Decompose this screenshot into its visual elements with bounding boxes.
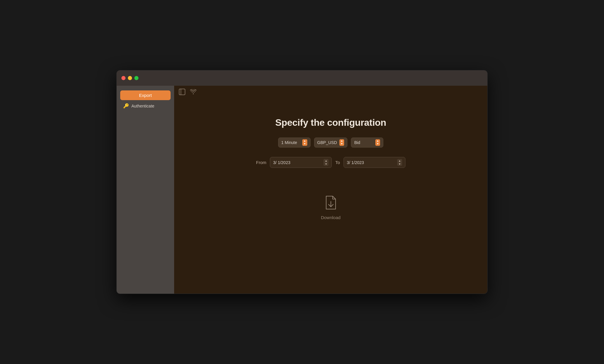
interval-dropdown[interactable]: 1 Minute ▲ ▼ [278, 138, 311, 148]
price-type-label: Bid [354, 140, 360, 145]
to-date-input[interactable]: 3/ 1/2023 ▲ ▼ [344, 157, 405, 168]
svg-rect-0 [179, 89, 185, 95]
interval-label: 1 Minute [281, 140, 297, 145]
download-section[interactable]: Download [321, 195, 341, 220]
titlebar [117, 70, 487, 86]
download-icon [323, 195, 339, 213]
authenticate-label: Authenticate [131, 104, 154, 108]
minimize-button[interactable] [128, 76, 132, 80]
sidebar: Export 🔑 Authenticate [117, 86, 174, 294]
sidebar-toggle-icon[interactable] [179, 89, 185, 97]
price-type-dropdown[interactable]: Bid ▲ ▼ [351, 138, 383, 148]
sidebar-item-authenticate[interactable]: 🔑 Authenticate [120, 101, 171, 110]
from-date-stepper[interactable]: ▲ ▼ [324, 159, 329, 166]
from-date-input[interactable]: 3/ 1/2023 ▲ ▼ [270, 157, 332, 168]
from-date-value: 3/ 1/2023 [273, 160, 290, 165]
to-label: To [335, 160, 340, 165]
config-row: 1 Minute ▲ ▼ GBP_USD ▲ ▼ [278, 138, 384, 148]
page-title: Specify the configuration [275, 117, 386, 128]
interval-arrows: ▲ ▼ [302, 139, 307, 146]
pair-arrows: ▲ ▼ [339, 139, 344, 146]
download-label: Download [321, 215, 341, 220]
wifi-icon [190, 89, 197, 96]
key-icon: 🔑 [123, 103, 129, 109]
export-button[interactable]: Export [120, 90, 171, 100]
price-type-arrows: ▲ ▼ [375, 139, 380, 146]
from-label: From [256, 160, 266, 165]
maximize-button[interactable] [134, 76, 138, 80]
pair-dropdown[interactable]: GBP_USD ▲ ▼ [314, 138, 348, 148]
traffic-lights [121, 76, 138, 80]
to-date-stepper[interactable]: ▲ ▼ [397, 159, 402, 166]
date-row: From 3/ 1/2023 ▲ ▼ To 3/ 1/2023 ▲ ▼ [256, 157, 405, 168]
pair-label: GBP_USD [317, 140, 337, 145]
app-window: Export 🔑 Authenticate [116, 70, 488, 294]
toolbar [174, 86, 487, 100]
main-content: Specify the configuration 1 Minute ▲ ▼ G… [174, 100, 487, 294]
to-date-value: 3/ 1/2023 [347, 160, 364, 165]
close-button[interactable] [121, 76, 126, 80]
main-panel: Specify the configuration 1 Minute ▲ ▼ G… [174, 86, 487, 294]
window-content: Export 🔑 Authenticate [117, 86, 487, 294]
